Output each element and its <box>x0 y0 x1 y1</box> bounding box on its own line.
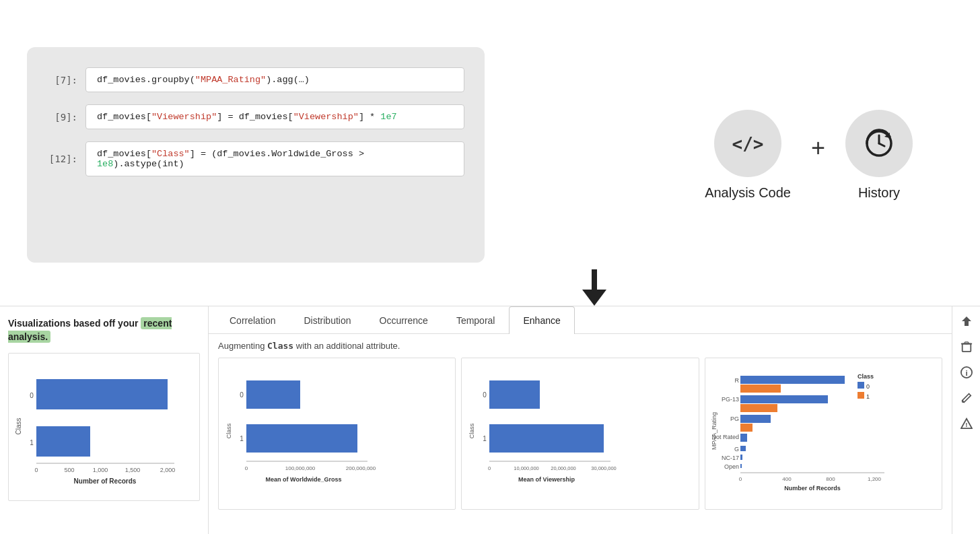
svg-text:Class: Class <box>468 423 475 438</box>
cell-7: [7]: df_movies.groupby("MPAA_Rating").ag… <box>47 67 464 92</box>
chart3-box: Class 0 1 0 10,000,000 20,000,000 30,000… <box>461 358 699 510</box>
bar4-pg13-0 <box>740 395 828 403</box>
bar3-class0 <box>489 380 540 409</box>
svg-text:!: ! <box>965 421 967 428</box>
analysis-code-label: Analysis Code <box>705 185 791 201</box>
tab-enhance[interactable]: Enhance <box>509 306 574 334</box>
code-icon: </> <box>731 127 765 160</box>
svg-text:10,000,000: 10,000,000 <box>514 465 540 471</box>
svg-text:500: 500 <box>64 467 74 473</box>
code-number: 1e7 <box>380 112 396 122</box>
bar4-nr-0 <box>740 434 747 442</box>
svg-text:Class: Class <box>15 418 22 435</box>
history-icon <box>860 125 898 162</box>
svg-text:Number of Records: Number of Records <box>784 485 841 492</box>
bottom-section: Visualizations based off your recent ana… <box>0 306 980 534</box>
plus-sign: + <box>811 134 825 162</box>
code-text: df_movies[ <box>97 112 151 122</box>
svg-text:20,000,000: 20,000,000 <box>551 465 577 471</box>
analysis-code-item: </> Analysis Code <box>705 110 791 201</box>
svg-text:1: 1 <box>483 435 487 442</box>
bar4-g-0 <box>740 446 746 451</box>
svg-text:1,200: 1,200 <box>868 476 882 482</box>
chart1-svg: Class 0 1 0 500 1,000 1,500 2,000 Number… <box>13 359 195 494</box>
history-icon-circle <box>845 110 913 177</box>
tab-distribution[interactable]: Distribution <box>289 306 365 334</box>
code-text: df_movies[ <box>97 149 151 159</box>
right-sidebar: i ! <box>952 306 980 534</box>
svg-text:Class: Class <box>858 373 874 380</box>
cell-12: [12]: df_movies["Class"] = (df_movies.Wo… <box>47 141 464 176</box>
tab-correlation[interactable]: Correlation <box>215 306 289 334</box>
svg-text:i: i <box>965 368 967 377</box>
cell-code-9: df_movies["Viewership"] = df_movies["Vie… <box>85 104 464 129</box>
svg-text:PG-13: PG-13 <box>722 396 739 403</box>
desc-before: Augmenting <box>218 341 265 351</box>
bar3-class1 <box>489 424 604 453</box>
edit-icon[interactable] <box>957 389 976 407</box>
history-item: History <box>845 110 913 201</box>
legend-0 <box>858 382 864 389</box>
bar2-class0 <box>246 380 300 409</box>
main-content: Correlation Distribution Occurrence Temp… <box>209 306 952 534</box>
bar2-class1 <box>246 424 357 453</box>
svg-text:200,000,000: 200,000,000 <box>346 465 376 471</box>
left-title: Visualizations based off your recent ana… <box>8 317 200 343</box>
svg-text:100,000,000: 100,000,000 <box>285 465 316 471</box>
chart4-box: MPAA_Rating R PG-13 PG <box>705 358 942 510</box>
svg-text:</>: </> <box>732 134 764 154</box>
svg-text:0: 0 <box>34 467 38 473</box>
bar4-nc17-0 <box>740 455 742 460</box>
bar4-r-0 <box>740 376 845 384</box>
code-text: ] = (df_movies.Worldwide_Gross > <box>190 149 364 159</box>
bar4-pg-0 <box>740 415 771 423</box>
chart2-box: Class 0 1 0 100,000,000 200,000,000 Mean… <box>218 358 456 510</box>
svg-text:30,000,000: 30,000,000 <box>592 465 617 471</box>
code-text: ] * <box>359 112 380 122</box>
tab-occurrence[interactable]: Occurrence <box>365 306 442 334</box>
svg-text:800: 800 <box>826 476 835 482</box>
code-string: "Viewership" <box>293 112 359 122</box>
tab-temporal[interactable]: Temporal <box>442 306 510 334</box>
cell-label-12: [12]: <box>47 154 77 164</box>
code-text: ] = df_movies[ <box>217 112 293 122</box>
arrow-head <box>582 290 606 306</box>
warning-icon[interactable]: ! <box>957 414 976 433</box>
code-string: "Viewership" <box>151 112 217 122</box>
svg-text:MPAA_Rating: MPAA_Rating <box>711 412 718 450</box>
svg-text:Not Rated: Not Rated <box>711 434 739 440</box>
code-string: "MPAA_Rating" <box>195 75 266 85</box>
cell-9: [9]: df_movies["Viewership"] = df_movies… <box>47 104 464 129</box>
info-icon[interactable]: i <box>957 363 976 382</box>
svg-marker-52 <box>962 316 971 326</box>
cell-code-12: df_movies["Class"] = (df_movies.Worldwid… <box>85 141 464 176</box>
svg-text:1: 1 <box>30 439 34 446</box>
code-text: ).agg(…) <box>266 75 310 85</box>
svg-text:0: 0 <box>483 391 487 399</box>
svg-text:R: R <box>734 377 739 384</box>
svg-text:Class: Class <box>225 423 232 438</box>
bar4-open-0 <box>740 464 742 468</box>
delete-icon[interactable] <box>957 337 976 356</box>
svg-text:0: 0 <box>866 383 870 390</box>
svg-rect-53 <box>962 344 971 352</box>
cell-label-9: [9]: <box>47 112 77 123</box>
svg-text:1: 1 <box>866 393 870 400</box>
svg-text:0: 0 <box>240 391 244 399</box>
charts-area: Augmenting Class with an additional attr… <box>209 334 952 516</box>
desc-after: with an additional attribute. <box>296 341 400 351</box>
icons-panel: </> Analysis Code + History <box>705 110 953 201</box>
code-text: df_movies.groupby( <box>97 75 195 85</box>
charts-desc: Augmenting Class with an additional attr… <box>218 341 942 351</box>
legend-1 <box>858 392 864 399</box>
charts-row: Class 0 1 0 100,000,000 200,000,000 Mean… <box>218 358 942 510</box>
code-text: ).astype(int) <box>113 159 184 169</box>
cell-label-7: [7]: <box>47 75 77 86</box>
svg-text:Mean of Worldwide_Gross: Mean of Worldwide_Gross <box>266 476 342 483</box>
code-string: "Class" <box>151 149 190 159</box>
svg-text:400: 400 <box>782 476 792 482</box>
svg-text:NC-17: NC-17 <box>722 455 739 461</box>
upload-icon[interactable] <box>957 312 976 331</box>
svg-text:1,500: 1,500 <box>125 467 141 473</box>
chart3-svg: Class 0 1 0 10,000,000 20,000,000 30,000… <box>466 364 621 505</box>
